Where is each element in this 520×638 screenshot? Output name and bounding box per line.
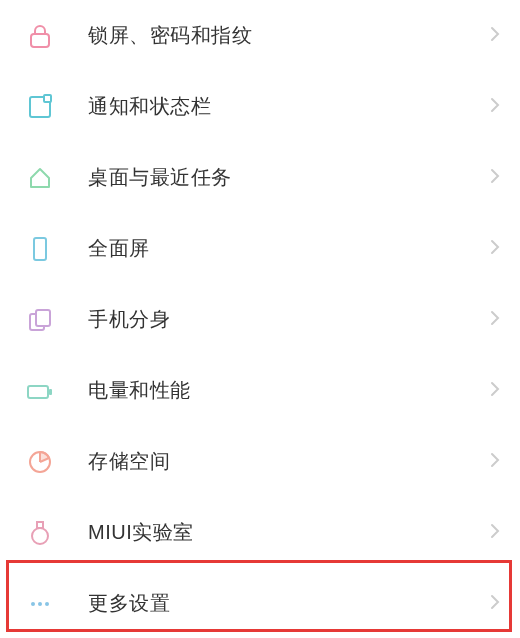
item-label: 锁屏、密码和指纹 [88,22,490,49]
home-icon [24,162,56,194]
svg-point-15 [45,602,49,606]
svg-rect-2 [44,95,51,102]
item-label: 通知和状态栏 [88,93,490,120]
lab-icon [24,517,56,549]
chevron-right-icon [490,239,500,259]
svg-point-14 [38,602,42,606]
svg-rect-0 [31,34,49,47]
item-label: 全面屏 [88,235,490,262]
svg-point-11 [32,528,48,544]
list-item-lab[interactable]: MIUI实验室 [0,497,520,568]
chevron-right-icon [490,168,500,188]
battery-icon [24,375,56,407]
list-item-notification[interactable]: 通知和状态栏 [0,71,520,142]
svg-rect-7 [49,389,52,395]
settings-list: 锁屏、密码和指纹 通知和状态栏 桌面与最近任务 [0,0,520,638]
chevron-right-icon [490,310,500,330]
item-label: 更多设置 [88,590,490,617]
chevron-right-icon [490,381,500,401]
item-label: 存储空间 [88,448,490,475]
chevron-right-icon [490,452,500,472]
item-label: 桌面与最近任务 [88,164,490,191]
item-label: MIUI实验室 [88,519,490,546]
more-icon [24,588,56,620]
list-item-more[interactable]: 更多设置 [0,568,520,638]
item-label: 电量和性能 [88,377,490,404]
notification-icon [24,91,56,123]
list-item-battery[interactable]: 电量和性能 [0,355,520,426]
list-item-home[interactable]: 桌面与最近任务 [0,142,520,213]
chevron-right-icon [490,97,500,117]
list-item-secondspace[interactable]: 手机分身 [0,284,520,355]
item-label: 手机分身 [88,306,490,333]
lock-icon [24,20,56,52]
storage-icon [24,446,56,478]
svg-rect-6 [28,386,48,398]
svg-rect-5 [36,310,50,326]
list-item-fullscreen[interactable]: 全面屏 [0,213,520,284]
fullscreen-icon [24,233,56,265]
chevron-right-icon [490,26,500,46]
svg-point-13 [31,602,35,606]
list-item-storage[interactable]: 存储空间 [0,426,520,497]
chevron-right-icon [490,594,500,614]
list-item-lock[interactable]: 锁屏、密码和指纹 [0,0,520,71]
svg-rect-3 [34,238,46,260]
svg-rect-12 [37,522,43,528]
secondspace-icon [24,304,56,336]
chevron-right-icon [490,523,500,543]
